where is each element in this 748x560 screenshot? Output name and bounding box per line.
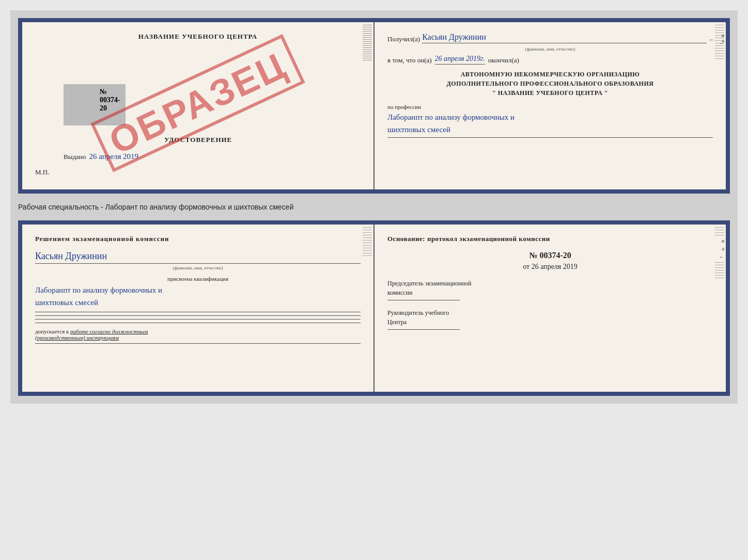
cert-number: № 00374-20: [100, 88, 120, 113]
po-professii-label: по профессии: [387, 104, 713, 110]
org-line2: ДОПОЛНИТЕЛЬНОГО ПРОФЕССИОНАЛЬНОГО ОБРАЗО…: [387, 79, 713, 88]
proto-ot-label: от: [523, 263, 529, 270]
poluchil-line: Получил(а) Касьян Дружинин –: [387, 33, 713, 43]
lower-right-deco: и а ←: [711, 225, 726, 392]
org-name-block: АВТОНОМНУЮ НЕКОММЕРЧЕСКУЮ ОРГАНИЗАЦИЮ ДО…: [387, 70, 713, 98]
proto-date: 26 апреля 2019: [532, 263, 578, 270]
upper-document-card: НАЗВАНИЕ УЧЕБНОГО ЦЕНТРА УДОСТОВЕРЕНИЕ №…: [18, 18, 730, 194]
osnov-title: Основание: протокол экзаменационной коми…: [387, 235, 713, 243]
kval-line1: Лаборанпт по анализу формовочных и: [35, 286, 162, 294]
professii-block: по профессии Лаборанпт по анализу формов…: [387, 104, 713, 138]
proto-date-line: от 26 апреля 2019: [387, 263, 713, 271]
page-wrapper: НАЗВАНИЕ УЧЕБНОГО ЦЕНТРА УДОСТОВЕРЕНИЕ №…: [10, 10, 738, 404]
upper-right-deco: и а ←: [711, 22, 726, 189]
udostoverenie-label: УДОСТОВЕРЕНИЕ: [164, 136, 232, 144]
lower-left-deco: [359, 225, 373, 392]
org-line3: " НАЗВАНИЕ УЧЕБНОГО ЦЕНТРА ": [387, 88, 713, 98]
dopuskaetsya-label: допускается к: [35, 328, 69, 334]
predsedatel-label: Председатель экзаменационной комиссии: [387, 279, 713, 297]
upper-doc-left: НАЗВАНИЕ УЧЕБНОГО ЦЕНТРА УДОСТОВЕРЕНИЕ №…: [22, 22, 375, 189]
kval-line2: шихтповых смесей: [35, 298, 98, 307]
rukovoditel-block: Руководитель учебного Центра: [387, 308, 713, 330]
vtom-date: 26 апреля 2019г.: [435, 55, 485, 65]
lower-doc-left: Решением экзаменационной комиссии Касьян…: [22, 225, 375, 392]
proto-number: № 00374-20: [387, 251, 713, 260]
org-line1: АВТОНОМНУЮ НЕКОММЕРЧЕСКУЮ ОРГАНИЗАЦИЮ: [387, 70, 713, 79]
rukovoditel-sig-line: [387, 329, 460, 330]
upper-doc-right: Получил(а) Касьян Дружинин – (фамилия, и…: [375, 22, 726, 189]
predsedatel-sig-line: [387, 300, 460, 300]
vydano-label: Выдано: [64, 153, 86, 161]
prof-line2: шихтповых смесей: [387, 125, 450, 134]
prisvoena-label: присвоена квалификация: [35, 276, 361, 282]
kvalifikaciya-text: Лаборанпт по анализу формовочных и шихтп…: [35, 284, 361, 309]
dopuskaetsya-text2: (производственным) инструкциям: [35, 334, 361, 341]
lower-doc-right: Основание: протокол экзаменационной коми…: [375, 225, 726, 392]
dopuskaetsya-block: допускается к работе согласно должностны…: [35, 328, 361, 341]
professiya-text: Лаборанпт по анализу формовочных и шихтп…: [387, 111, 713, 136]
vtom-label: в том, что он(а): [387, 56, 432, 65]
okoncil-label: окончил(а): [488, 56, 519, 65]
prof-line1: Лаборанпт по анализу формовочных и: [387, 113, 515, 121]
lower-document-card: Решением экзаменационной комиссии Касьян…: [18, 220, 730, 396]
lower-name: Касьян Дружинин: [35, 251, 361, 264]
poluchil-name: Касьян Дружинин: [422, 33, 706, 43]
predsedatel-block: Председатель экзаменационной комиссии: [387, 279, 713, 300]
commission-title: Решением экзаменационной комиссии: [35, 235, 361, 243]
rukovoditel-label: Руководитель учебного Центра: [387, 308, 713, 327]
poluchil-label: Получил(а): [387, 35, 420, 43]
vydano-block: Выдано 26 апреля 2019: [64, 152, 138, 161]
separator-text: Рабочая специальность - Лаборант по анал…: [18, 200, 730, 214]
vydano-date: 26 апреля 2019: [89, 152, 139, 161]
vtom-line: в том, что он(а) 26 апреля 2019г. окончи…: [387, 55, 713, 65]
dopuskaetsya-text: работе согласно должностным: [70, 328, 148, 334]
lower-fio-label: (фамилия, имя, отчество): [35, 265, 361, 270]
upper-left-deco: [358, 22, 373, 189]
cert-title: НАЗВАНИЕ УЧЕБНОГО ЦЕНТРА: [35, 33, 361, 41]
mp-label: М.П.: [35, 168, 49, 177]
fio-label-upper: (фамилия, имя, отчество): [387, 46, 713, 52]
